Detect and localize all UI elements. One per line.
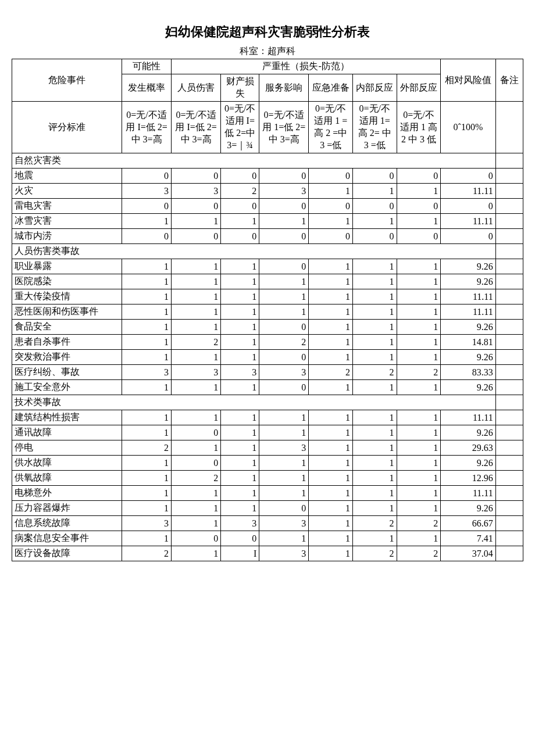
row-name: 医疗设备故障 xyxy=(12,546,122,561)
cell-value: 1 xyxy=(309,516,353,531)
section-header: 自然灾害类 xyxy=(12,153,496,169)
cell-value: 1 xyxy=(172,440,221,456)
col-external: 外部反应 xyxy=(397,74,441,102)
cell-value: 1 xyxy=(309,380,353,395)
row-name: 医院感染 xyxy=(12,274,122,289)
cell-value: 1 xyxy=(172,289,221,304)
cell-value: 83.33 xyxy=(441,365,496,380)
cell-value: 1 xyxy=(259,304,309,320)
row-name: 信息系统故障 xyxy=(12,516,122,531)
cell-value: 9.26 xyxy=(441,425,496,440)
row-name: 雷电灾害 xyxy=(12,199,122,214)
cell-value: 11.11 xyxy=(441,410,496,425)
row-name: 压力容器爆炸 xyxy=(12,501,122,516)
cell-value: 1 xyxy=(309,259,353,274)
cell-remark xyxy=(495,184,523,199)
cell-value: 2 xyxy=(221,184,259,199)
cell-value: 11.11 xyxy=(441,289,496,304)
col-prob: 发生概率 xyxy=(122,74,172,102)
criteria-risk-value: 0ˆ100% xyxy=(441,102,496,153)
cell-value: 0 xyxy=(172,199,221,214)
cell-value: 11.11 xyxy=(441,214,496,229)
cell-value: 1 xyxy=(122,289,172,304)
cell-value: 0 xyxy=(172,456,221,471)
cell-remark xyxy=(495,259,523,274)
cell-value: 1 xyxy=(309,546,353,561)
analysis-table: 危险事件 可能性 严重性（损失-防范） 相对风险值 备注 发生概率 人员伤害 财… xyxy=(12,59,523,561)
cell-value: 1 xyxy=(352,350,397,365)
criteria-internal: 0=无/不适用 1= 高 2= 中 3 =低 xyxy=(352,102,397,153)
cell-value: 0 xyxy=(441,169,496,184)
cell-value: 1 xyxy=(172,516,221,531)
cell-value: 1 xyxy=(172,486,221,501)
cell-value: 3 xyxy=(221,365,259,380)
cell-value: 1 xyxy=(122,380,172,395)
cell-value: 1 xyxy=(259,214,309,229)
cell-value: 3 xyxy=(172,365,221,380)
cell-value: 1 xyxy=(259,486,309,501)
cell-value: 1 xyxy=(259,471,309,486)
cell-value: 1 xyxy=(172,274,221,289)
cell-value: 0 xyxy=(441,199,496,214)
cell-remark xyxy=(495,289,523,304)
cell-value: 1 xyxy=(352,184,397,199)
cell-value: 1 xyxy=(352,425,397,440)
cell-value: 1 xyxy=(172,304,221,320)
cell-value: 1 xyxy=(122,456,172,471)
cell-value: 1 xyxy=(352,531,397,546)
row-criteria-label: 评分标准 xyxy=(12,102,122,153)
cell-remark xyxy=(495,335,523,350)
cell-value: 14.81 xyxy=(441,335,496,350)
cell-value: 1 xyxy=(259,531,309,546)
row-name: 重大传染疫情 xyxy=(12,289,122,304)
cell-value: 0 xyxy=(172,425,221,440)
cell-value: 1 xyxy=(172,410,221,425)
cell-value: 1 xyxy=(221,501,259,516)
row-name: 供氧故障 xyxy=(12,471,122,486)
cell-value: 1 xyxy=(122,274,172,289)
cell-value: 0 xyxy=(259,501,309,516)
page-title: 妇幼保健院超声科灾害脆弱性分析表 xyxy=(12,23,523,41)
cell-value: 3 xyxy=(259,440,309,456)
cell-value: 1 xyxy=(352,410,397,425)
cell-value: 0 xyxy=(259,380,309,395)
cell-value: 1 xyxy=(221,440,259,456)
cell-value: 1 xyxy=(309,410,353,425)
cell-value: 1 xyxy=(397,184,441,199)
cell-remark xyxy=(495,229,523,244)
cell-value: 1 xyxy=(352,214,397,229)
cell-value: 2 xyxy=(397,365,441,380)
cell-value: 1 xyxy=(352,289,397,304)
cell-value: 1 xyxy=(172,320,221,335)
cell-value: 12.96 xyxy=(441,471,496,486)
cell-value: 0 xyxy=(309,199,353,214)
row-name: 冰雪灾害 xyxy=(12,214,122,229)
row-name: 火灾 xyxy=(12,184,122,199)
row-name: 城市内涝 xyxy=(12,229,122,244)
cell-value: 2 xyxy=(259,335,309,350)
cell-value: 0 xyxy=(221,531,259,546)
criteria-external: 0=无/不适用 1 高 2 中 3 低 xyxy=(397,102,441,153)
cell-value: 1 xyxy=(221,259,259,274)
cell-value: 0 xyxy=(397,199,441,214)
cell-value: 1 xyxy=(309,456,353,471)
cell-value: 1 xyxy=(397,531,441,546)
cell-value: 11.11 xyxy=(441,486,496,501)
col-risk-event: 危险事件 xyxy=(12,59,122,102)
cell-value: 0 xyxy=(221,199,259,214)
cell-value: 1 xyxy=(352,486,397,501)
cell-value: I xyxy=(221,546,259,561)
cell-value: 9.26 xyxy=(441,274,496,289)
criteria-prob: 0=无/不适用 I=低 2=中 3=高 xyxy=(122,102,172,153)
cell-remark xyxy=(495,516,523,531)
col-emergency: 应急准备 xyxy=(309,74,353,102)
criteria-injury: 0=无/不适用 I=低 2=中 3=高 xyxy=(172,102,221,153)
cell-value: 1 xyxy=(309,214,353,229)
cell-value: 0 xyxy=(259,229,309,244)
cell-value: 1 xyxy=(172,214,221,229)
col-possibility: 可能性 xyxy=(122,59,172,74)
cell-value: 1 xyxy=(259,425,309,440)
row-name: 恶性医闹和伤医事件 xyxy=(12,304,122,320)
cell-value: 3 xyxy=(172,184,221,199)
cell-value: 3 xyxy=(259,184,309,199)
